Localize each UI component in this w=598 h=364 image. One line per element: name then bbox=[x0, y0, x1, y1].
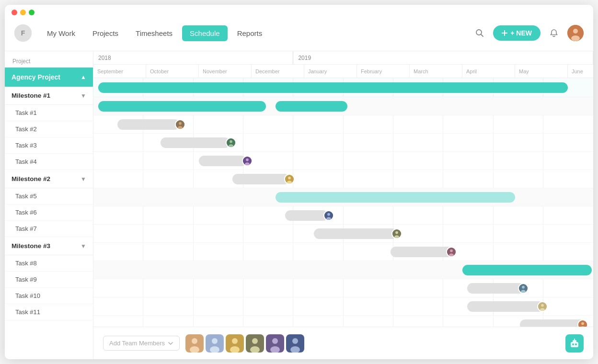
milestone-3-label: Milestone #3 bbox=[12, 242, 50, 250]
nav-reports[interactable]: Reports bbox=[230, 25, 270, 41]
sidebar: Project Agency Project ▲ Milestone #1 ▼ … bbox=[5, 51, 93, 359]
team-avatar-5[interactable] bbox=[266, 334, 284, 353]
month-apr: April bbox=[462, 65, 515, 78]
task-2-bar[interactable] bbox=[161, 137, 230, 148]
task-2-avatar bbox=[226, 137, 236, 148]
task-8-bar[interactable] bbox=[467, 283, 525, 294]
search-button[interactable] bbox=[472, 25, 487, 41]
task-4-bar[interactable] bbox=[232, 174, 290, 184]
milestone-1-bar-segment1[interactable] bbox=[98, 101, 266, 112]
milestone-2-bar[interactable] bbox=[276, 192, 515, 203]
svg-point-16 bbox=[246, 158, 249, 161]
svg-point-43 bbox=[192, 338, 197, 344]
task-1-avatar bbox=[175, 119, 185, 130]
task-11[interactable]: Task #11 bbox=[5, 304, 93, 320]
add-team-label: Add Team Members bbox=[109, 340, 165, 347]
task-2[interactable]: Task #2 bbox=[5, 121, 93, 137]
month-may: May bbox=[515, 65, 568, 78]
add-team-members-select[interactable]: Add Team Members bbox=[103, 336, 180, 351]
gantt-row-task-1 bbox=[93, 115, 593, 134]
project-chevron-icon: ▲ bbox=[80, 74, 86, 80]
svg-point-49 bbox=[232, 338, 238, 344]
team-avatar-3[interactable] bbox=[226, 334, 244, 353]
nav-projects[interactable]: Projects bbox=[85, 25, 126, 41]
project-column-label: Project bbox=[5, 51, 93, 68]
project-bar[interactable] bbox=[98, 82, 568, 93]
svg-point-62 bbox=[572, 343, 574, 345]
milestone-3-bar[interactable] bbox=[462, 265, 592, 275]
gantt-row-task-8 bbox=[93, 279, 593, 297]
svg-point-63 bbox=[575, 343, 577, 345]
svg-point-58 bbox=[292, 338, 298, 344]
task-10-bar[interactable] bbox=[520, 319, 587, 327]
svg-line-3 bbox=[481, 34, 483, 37]
task-1-bar[interactable] bbox=[117, 119, 180, 130]
task-1[interactable]: Task #1 bbox=[5, 105, 93, 121]
task-8[interactable]: Task #8 bbox=[5, 255, 93, 272]
gantt-row-project bbox=[93, 78, 593, 97]
team-avatar-6[interactable] bbox=[286, 334, 304, 353]
team-avatar-4[interactable] bbox=[246, 334, 264, 353]
svg-point-28 bbox=[450, 249, 453, 252]
svg-rect-60 bbox=[571, 342, 578, 347]
task-7[interactable]: Task #7 bbox=[5, 221, 93, 237]
task-5[interactable]: Task #5 bbox=[5, 188, 93, 205]
milestone-3-header[interactable]: Milestone #3 ▼ bbox=[5, 237, 93, 255]
task-3-bar[interactable] bbox=[199, 156, 247, 166]
gantt-row-task-6 bbox=[93, 225, 593, 243]
task-6[interactable]: Task #6 bbox=[5, 205, 93, 221]
task-9[interactable]: Task #9 bbox=[5, 272, 93, 288]
nav-my-work[interactable]: My Work bbox=[39, 25, 83, 41]
milestone-2-label: Milestone #2 bbox=[12, 175, 50, 182]
task-4-avatar bbox=[284, 174, 295, 184]
svg-point-34 bbox=[541, 304, 544, 307]
nav-schedule[interactable]: Schedule bbox=[182, 25, 228, 41]
project-header[interactable]: Agency Project ▲ bbox=[5, 68, 93, 87]
task-3[interactable]: Task #3 bbox=[5, 137, 93, 154]
milestone-2-chevron-icon: ▼ bbox=[80, 176, 86, 182]
task-4[interactable]: Task #4 bbox=[5, 154, 93, 170]
milestone-3-chevron-icon: ▼ bbox=[80, 243, 86, 250]
task-9-bar[interactable] bbox=[467, 301, 544, 312]
close-button[interactable] bbox=[12, 10, 17, 15]
month-sep: September bbox=[93, 65, 146, 78]
project-name: Agency Project bbox=[12, 73, 60, 81]
gantt-row-task-10 bbox=[93, 316, 593, 327]
nav-links: My Work Projects Timesheets Schedule Rep… bbox=[39, 25, 472, 41]
team-avatar-2[interactable] bbox=[206, 334, 224, 353]
minimize-button[interactable] bbox=[20, 10, 26, 15]
traffic-lights bbox=[5, 5, 593, 15]
task-9-avatar bbox=[537, 301, 548, 312]
svg-point-22 bbox=[327, 213, 330, 216]
gantt-area: 2018 2019 September October November Dec… bbox=[93, 51, 593, 359]
notifications-button[interactable] bbox=[546, 25, 562, 41]
gantt-row-milestone-3 bbox=[93, 261, 593, 279]
bottom-bar: Add Team Members bbox=[93, 327, 593, 359]
new-button[interactable]: + NEW bbox=[493, 25, 540, 41]
maximize-button[interactable] bbox=[29, 10, 34, 15]
task-6-bar[interactable] bbox=[314, 228, 398, 239]
month-nov: November bbox=[199, 65, 252, 78]
year-row: 2018 2019 bbox=[93, 51, 593, 65]
user-avatar[interactable] bbox=[567, 25, 584, 41]
task-5-bar[interactable] bbox=[285, 210, 328, 221]
month-dec: December bbox=[252, 65, 304, 78]
month-mar: March bbox=[410, 65, 462, 78]
task-10[interactable]: Task #10 bbox=[5, 288, 93, 304]
gantt-content bbox=[93, 78, 593, 327]
svg-rect-61 bbox=[573, 340, 576, 342]
month-row: September October November December Janu… bbox=[93, 65, 593, 78]
milestone-1-header[interactable]: Milestone #1 ▼ bbox=[5, 87, 93, 105]
svg-point-13 bbox=[230, 140, 232, 143]
team-avatar-1[interactable] bbox=[185, 334, 204, 353]
svg-point-31 bbox=[522, 285, 525, 288]
svg-point-10 bbox=[179, 122, 182, 125]
milestone-2-header[interactable]: Milestone #2 ▼ bbox=[5, 170, 93, 188]
bot-icon-button[interactable] bbox=[565, 334, 584, 353]
gantt-row-task-4 bbox=[93, 170, 593, 188]
nav-timesheets[interactable]: Timesheets bbox=[128, 25, 180, 41]
task-7-bar[interactable] bbox=[391, 247, 453, 257]
svg-point-52 bbox=[252, 338, 258, 344]
milestone-1-bar-segment2[interactable] bbox=[276, 101, 347, 112]
svg-point-37 bbox=[581, 322, 584, 325]
